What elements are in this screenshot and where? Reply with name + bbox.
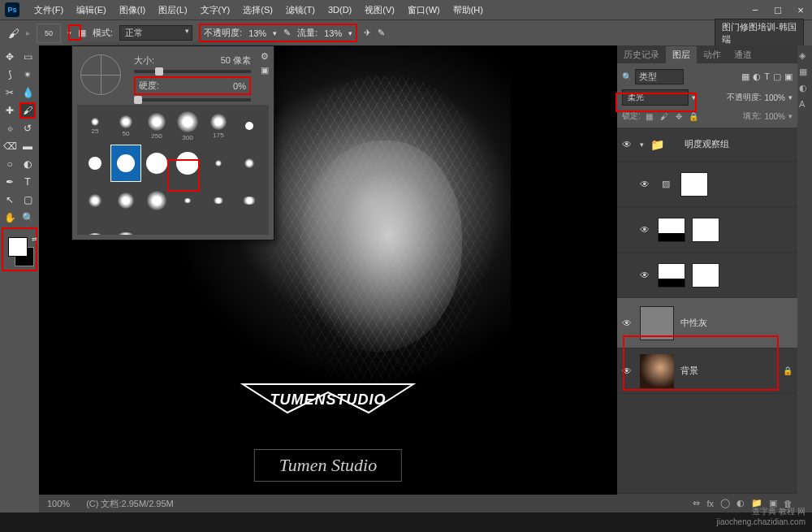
brush-picker-dropdown-icon[interactable]: ▾ <box>67 29 71 37</box>
menu-layer[interactable]: 图层(L) <box>152 4 193 16</box>
eyedropper-tool[interactable]: 💧 <box>19 84 36 101</box>
brush-preset[interactable] <box>204 183 233 218</box>
menu-type[interactable]: 文字(Y) <box>194 4 237 16</box>
menu-image[interactable]: 图像(I) <box>113 4 152 16</box>
lock-all-icon[interactable]: 🔒 <box>688 112 699 121</box>
new-preset-icon[interactable]: ▣ <box>261 65 269 76</box>
brush-presets-grid[interactable]: 25 50 250 300 175 <box>77 105 269 235</box>
layer-item-selected[interactable]: 👁 中性灰 <box>617 298 797 348</box>
zoom-tool[interactable]: 🔍 <box>19 210 36 226</box>
brush-preset[interactable]: 300 <box>173 108 202 144</box>
brush-size-preview[interactable]: 50 <box>37 24 61 43</box>
brush-preset[interactable] <box>235 108 264 144</box>
color-swatch[interactable]: ⇄ <box>5 236 37 268</box>
menu-filter[interactable]: 滤镜(T) <box>279 4 322 16</box>
layer-name[interactable]: 背景 <box>680 365 698 377</box>
layer-item[interactable]: 👁 <box>617 207 797 253</box>
chevron-down-icon[interactable]: ▾ <box>788 93 793 102</box>
brush-preset[interactable] <box>111 183 140 218</box>
tab-actions[interactable]: 动作 <box>697 46 728 63</box>
eraser-tool[interactable]: ⌫ <box>2 138 18 154</box>
brush-preset[interactable] <box>173 183 202 218</box>
menu-3d[interactable]: 3D(D) <box>322 5 358 15</box>
lock-pos-icon[interactable]: ✥ <box>673 112 685 121</box>
brush-preset[interactable] <box>142 145 171 181</box>
brush-preset[interactable]: 250 <box>142 108 171 144</box>
chevron-down-icon[interactable]: ▾ <box>273 29 277 37</box>
layer-opacity-value[interactable]: 100% <box>764 93 785 102</box>
brush-preset[interactable] <box>80 145 110 181</box>
wand-tool[interactable]: ✴ <box>19 67 36 83</box>
panel-icon[interactable]: A <box>799 99 810 110</box>
layer-mask-thumb[interactable] <box>680 172 708 197</box>
zoom-level[interactable]: 100% <box>47 499 70 508</box>
path-tool[interactable]: ↖ <box>2 192 18 208</box>
layer-item[interactable]: 👁 背景 🔒 <box>617 348 797 394</box>
brush-preset[interactable] <box>80 183 110 218</box>
document-title[interactable]: 图门修图培训-韩国端 <box>715 19 804 48</box>
brush-preset[interactable]: 25 <box>80 108 110 144</box>
panel-icon[interactable]: ▦ <box>799 67 810 78</box>
layer-item[interactable]: 👁 <box>617 253 797 298</box>
history-brush-tool[interactable]: ↺ <box>19 120 36 136</box>
adjustment-thumb[interactable] <box>658 218 685 242</box>
brush-preset[interactable] <box>204 145 233 181</box>
menu-help[interactable]: 帮助(H) <box>447 4 490 16</box>
visibility-icon[interactable]: 👁 <box>622 318 633 329</box>
filter-shape-icon[interactable]: ▢ <box>773 71 781 82</box>
brush-preset[interactable] <box>111 220 140 235</box>
gradient-tool[interactable]: ▬ <box>19 138 36 154</box>
blur-tool[interactable]: ○ <box>2 156 18 172</box>
type-tool[interactable]: T <box>19 174 36 190</box>
menu-file[interactable]: 文件(F) <box>28 4 70 16</box>
lock-paint-icon[interactable]: 🖌 <box>659 112 670 121</box>
visibility-icon[interactable]: 👁 <box>640 224 651 236</box>
brush-preset[interactable] <box>80 220 110 235</box>
layer-filter-select[interactable]: 类型 <box>635 69 684 84</box>
filter-adjust-icon[interactable]: ◐ <box>753 71 761 82</box>
layer-mask-thumb[interactable] <box>692 263 719 288</box>
menu-view[interactable]: 视图(V) <box>358 4 401 16</box>
layer-thumb[interactable] <box>640 306 674 340</box>
brush-preset[interactable] <box>235 145 264 181</box>
pressure-opacity-icon[interactable]: ✎ <box>283 28 291 38</box>
menu-window[interactable]: 窗口(W) <box>401 4 447 16</box>
tab-layers[interactable]: 图层 <box>666 46 697 63</box>
flow-value[interactable]: 13% <box>324 28 342 38</box>
layer-mask-thumb[interactable] <box>692 218 719 242</box>
shape-tool[interactable]: ▢ <box>19 192 36 208</box>
tab-channels[interactable]: 通道 <box>728 46 758 63</box>
dodge-tool[interactable]: ◐ <box>19 156 36 172</box>
size-slider[interactable] <box>134 70 251 73</box>
brush-preset[interactable]: 50 <box>111 108 140 144</box>
adjustment-thumb[interactable] <box>658 263 685 288</box>
stamp-tool[interactable]: ⟐ <box>2 120 18 136</box>
brush-picker-popup[interactable]: 大小: 50 像素 硬度: 0% ⚙ ▣ 25 50 250 300 175 <box>71 45 274 240</box>
brush-preset[interactable] <box>173 145 202 181</box>
window-close[interactable]: × <box>789 4 812 16</box>
brush-preset[interactable] <box>235 183 264 218</box>
airbrush-icon[interactable]: ✈ <box>364 28 371 38</box>
group-collapse-icon[interactable]: ▾ <box>640 141 644 149</box>
heal-tool[interactable]: ✚ <box>2 102 18 119</box>
visibility-icon[interactable]: 👁 <box>640 179 651 190</box>
marquee-tool[interactable]: ▭ <box>19 49 36 65</box>
window-minimize[interactable]: − <box>744 4 767 16</box>
pressure-size-icon[interactable]: ✎ <box>378 28 385 38</box>
move-tool[interactable]: ✥ <box>2 49 18 65</box>
filter-pixel-icon[interactable]: ▦ <box>741 71 749 82</box>
foreground-color[interactable] <box>8 237 28 257</box>
layer-item[interactable]: 👁 ▨ <box>617 162 797 207</box>
gear-icon[interactable]: ⚙ <box>261 51 269 62</box>
brush-tool[interactable]: 🖌 <box>19 102 36 119</box>
lock-trans-icon[interactable]: ▦ <box>644 112 655 121</box>
panel-icon[interactable]: ◈ <box>799 50 810 62</box>
hardness-slider[interactable] <box>134 98 251 102</box>
hardness-value[interactable]: 0% <box>233 81 246 91</box>
brush-preset[interactable] <box>142 183 171 218</box>
brush-panel-icon[interactable]: ▦ <box>78 28 86 38</box>
tab-history[interactable]: 历史记录 <box>617 46 666 63</box>
swap-colors-icon[interactable]: ⇄ <box>32 236 37 243</box>
panel-icon[interactable]: ◐ <box>799 83 810 94</box>
hand-tool[interactable]: ✋ <box>2 210 18 226</box>
